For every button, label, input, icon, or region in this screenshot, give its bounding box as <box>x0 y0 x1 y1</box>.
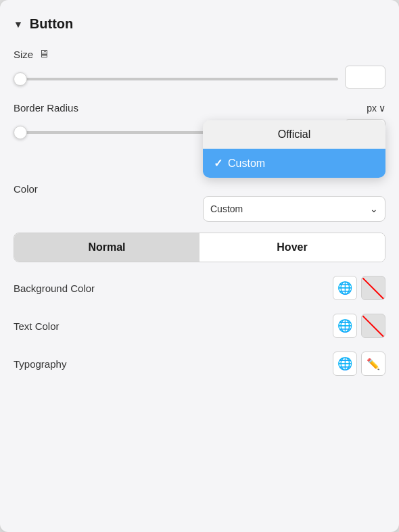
color-dropdown-wrapper: Official ✓ Custom Custom ⌄ <box>203 155 385 222</box>
dropdown-item-official[interactable]: Official <box>203 120 385 149</box>
size-slider-container <box>14 71 338 83</box>
tab-normal[interactable]: Normal <box>14 233 200 262</box>
text-color-global-btn[interactable]: 🌐 <box>333 314 357 338</box>
text-color-swatch[interactable] <box>361 314 385 338</box>
monitor-icon: 🖥 <box>39 48 49 60</box>
official-label: Official <box>278 128 311 141</box>
size-label-row: Size 🖥 <box>14 48 385 60</box>
globe-icon-text: 🌐 <box>337 318 352 333</box>
size-input[interactable] <box>345 66 385 89</box>
text-color-label: Text Color <box>14 320 60 332</box>
color-selected-label: Custom <box>210 203 243 214</box>
unit-selector[interactable]: px ∨ <box>367 103 385 114</box>
custom-label: Custom <box>228 158 265 170</box>
border-radius-label: Border Radius <box>14 102 78 114</box>
pencil-icon: ✏️ <box>367 358 380 370</box>
color-row: Color Official ✓ Custom Custom ⌄ <box>14 155 385 222</box>
border-radius-label-row: Border Radius px ∨ <box>14 102 385 114</box>
text-color-actions: 🌐 <box>333 314 385 338</box>
size-slider-row <box>14 66 385 89</box>
typography-global-btn[interactable]: 🌐 <box>333 352 357 376</box>
globe-icon-typography: 🌐 <box>337 356 352 371</box>
background-color-label: Background Color <box>14 283 95 294</box>
color-label: Color <box>14 183 38 195</box>
text-color-row: Text Color 🌐 <box>14 314 385 338</box>
tab-hover[interactable]: Hover <box>200 233 385 262</box>
background-color-row: Background Color 🌐 <box>14 276 385 300</box>
section-title: Button <box>30 16 73 32</box>
unit-label: px <box>367 103 377 114</box>
background-color-actions: 🌐 <box>333 276 385 300</box>
section-header: ▼ Button <box>14 16 385 32</box>
no-color-indicator <box>362 278 385 300</box>
size-label: Size 🖥 <box>14 48 49 60</box>
tab-row: Normal Hover <box>14 233 385 262</box>
no-color-indicator-text <box>362 316 385 338</box>
globe-icon: 🌐 <box>337 281 352 295</box>
unit-chevron-icon: ∨ <box>379 103 385 114</box>
color-trigger[interactable]: Custom ⌄ <box>203 196 385 222</box>
size-text: Size <box>14 49 33 60</box>
background-color-swatch[interactable] <box>361 276 385 300</box>
typography-edit-btn[interactable]: ✏️ <box>361 352 385 376</box>
typography-row: Typography 🌐 ✏️ <box>14 352 385 376</box>
color-trigger-chevron: ⌄ <box>370 203 378 214</box>
background-color-global-btn[interactable]: 🌐 <box>333 276 357 300</box>
checkmark-icon: ✓ <box>214 157 222 170</box>
dropdown-item-custom[interactable]: ✓ Custom <box>203 149 385 178</box>
typography-label: Typography <box>14 358 66 370</box>
size-slider[interactable] <box>14 78 338 80</box>
typography-actions: 🌐 ✏️ <box>333 352 385 376</box>
settings-panel: ▼ Button Size 🖥 Border Radius px ∨ Color <box>0 0 399 532</box>
chevron-icon: ▼ <box>14 19 23 30</box>
color-dropdown-popup: Official ✓ Custom <box>203 120 385 178</box>
